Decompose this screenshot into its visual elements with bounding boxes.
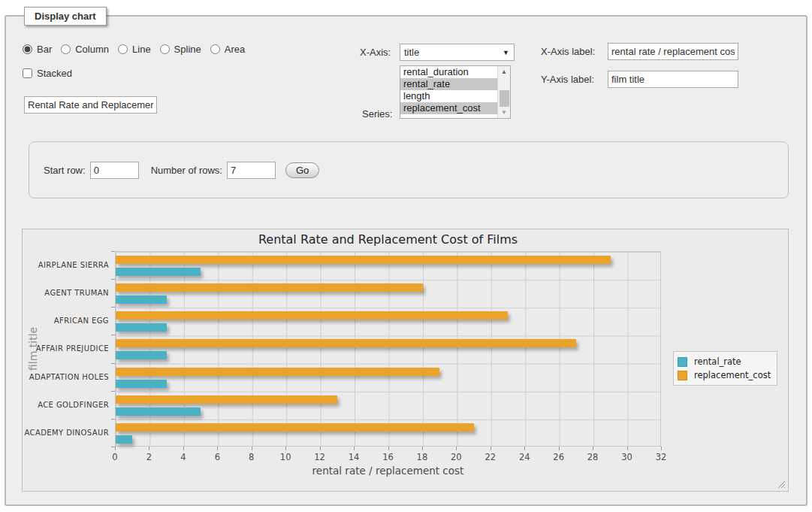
x-tick-mark xyxy=(388,447,389,450)
series-listbox[interactable]: rental_durationrental_ratelengthreplacem… xyxy=(400,65,511,119)
stacked-label: Stacked xyxy=(37,68,72,79)
x-tick-label: 14 xyxy=(343,452,365,462)
series-option-replacement_cost[interactable]: replacement_cost xyxy=(400,102,497,114)
chart-type-radio-column[interactable] xyxy=(61,44,71,54)
x-axis-label-input[interactable] xyxy=(608,43,738,60)
y-tick-mark xyxy=(111,335,115,335)
chart-type-radio-bar[interactable] xyxy=(23,44,32,54)
panel-title: Display chart xyxy=(24,7,107,26)
bar-replacement_cost xyxy=(116,395,337,404)
chart-type-radio-area[interactable] xyxy=(210,44,220,54)
display-chart-panel: Display chart BarColumnLineSplineArea St… xyxy=(5,15,807,506)
bar-replacement_cost xyxy=(116,256,611,264)
x-tick-mark xyxy=(456,447,457,450)
stacked-row: Stacked xyxy=(23,68,72,79)
scroll-down-icon[interactable]: ▼ xyxy=(498,107,510,118)
y-category-label: ACE GOLDFINGER xyxy=(23,401,109,409)
legend-row: replacement_cost xyxy=(678,368,771,382)
bar-replacement_cost xyxy=(116,368,439,376)
plot-grid xyxy=(115,251,661,447)
scrollbar-thumb[interactable] xyxy=(500,90,509,107)
chart-container: Rental Rate and Replacement Cost of Film… xyxy=(22,229,789,492)
x-tick-mark xyxy=(149,447,149,450)
x-tick-mark xyxy=(285,447,286,450)
scroll-up-icon[interactable]: ▲ xyxy=(498,66,510,77)
x-tick-mark xyxy=(491,447,491,450)
x-tick-label: 4 xyxy=(172,452,195,462)
bar-replacement_cost xyxy=(116,311,508,320)
legend-label-rental_rate: rental_rate xyxy=(694,356,741,367)
go-button[interactable]: Go xyxy=(285,162,319,178)
y-tick-mark xyxy=(111,307,115,308)
y-category-label: AFRICAN EGG xyxy=(23,317,109,325)
bar-replacement_cost xyxy=(116,339,576,347)
x-tick-label: 18 xyxy=(411,452,433,462)
x-tick-label: 0 xyxy=(104,452,126,462)
chevron-down-icon: ▼ xyxy=(503,49,509,56)
x-axis-caption: X-Axis: xyxy=(360,47,391,58)
x-tick-mark xyxy=(593,447,593,450)
y-axis-label-input[interactable] xyxy=(608,71,738,88)
y-category-label: AGENT TRUMAN xyxy=(23,289,109,297)
chart-type-radio-spline[interactable] xyxy=(160,44,170,54)
x-tick-mark xyxy=(422,447,423,450)
x-axis-select-value: title xyxy=(404,47,419,58)
listbox-scrollbar[interactable]: ▲ ▼ xyxy=(497,66,510,118)
x-tick-label: 10 xyxy=(274,452,297,462)
x-tick-label: 6 xyxy=(206,452,228,462)
chart-type-label-area: Area xyxy=(225,44,245,55)
stacked-checkbox[interactable] xyxy=(23,68,32,78)
chart-legend: rental_ratereplacement_cost xyxy=(673,351,777,386)
start-row-input[interactable] xyxy=(90,162,139,179)
x-tick-label: 8 xyxy=(240,452,263,462)
chart-title-input[interactable] xyxy=(24,96,157,114)
x-tick-mark xyxy=(217,447,218,450)
bar-replacement_cost xyxy=(116,423,474,432)
x-tick-label: 30 xyxy=(616,452,638,462)
series-option-rental_duration[interactable]: rental_duration xyxy=(400,66,497,78)
chart-type-radio-line[interactable] xyxy=(118,44,128,54)
x-tick-mark xyxy=(183,447,184,450)
bar-rental_rate xyxy=(116,323,167,332)
chart-type-label-bar: Bar xyxy=(37,44,52,55)
legend-label-replacement_cost: replacement_cost xyxy=(694,370,771,380)
y-axis-label-caption: Y-Axis label: xyxy=(541,74,594,85)
chart-type-label-line: Line xyxy=(132,44,151,55)
y-tick-mark xyxy=(111,279,115,280)
x-axis-label-caption: X-Axis label: xyxy=(541,46,595,57)
y-category-label: ADAPTATION HOLES xyxy=(23,373,109,381)
chart-type-label-spline: Spline xyxy=(174,44,201,55)
bar-rental_rate xyxy=(116,268,201,276)
x-tick-label: 28 xyxy=(581,452,604,462)
x-tick-label: 2 xyxy=(137,452,160,462)
x-tick-label: 16 xyxy=(377,452,400,462)
x-tick-mark xyxy=(115,447,116,450)
chart-title: Rental Rate and Replacement Cost of Film… xyxy=(115,232,661,247)
x-tick-label: 26 xyxy=(548,452,570,462)
y-tick-mark xyxy=(111,391,115,392)
x-tick-mark xyxy=(661,447,662,450)
x-tick-mark xyxy=(320,447,321,450)
y-category-label: ACADEMY DINOSAUR xyxy=(23,429,109,437)
resize-handle-icon[interactable] xyxy=(777,480,785,488)
bar-rental_rate xyxy=(116,380,167,388)
bar-rental_rate xyxy=(116,295,167,304)
y-tick-mark xyxy=(111,251,115,252)
legend-swatch-rental_rate xyxy=(678,357,687,367)
number-of-rows-input[interactable] xyxy=(227,162,276,179)
y-tick-mark xyxy=(111,363,115,364)
chart-x-axis-label: rental rate / replacement cost xyxy=(115,465,661,477)
x-tick-mark xyxy=(354,447,355,450)
x-tick-label: 22 xyxy=(479,452,502,462)
series-option-rental_rate[interactable]: rental_rate xyxy=(400,78,497,90)
x-tick-label: 24 xyxy=(513,452,536,462)
x-axis-select[interactable]: title ▼ xyxy=(400,44,515,61)
chart-type-label-column: Column xyxy=(75,44,109,55)
bar-rental_rate xyxy=(116,407,201,416)
number-of-rows-label: Number of rows: xyxy=(151,165,222,176)
y-category-label: AFFAIR PREJUDICE xyxy=(23,344,109,353)
legend-swatch-replacement_cost xyxy=(678,371,687,380)
series-option-length[interactable]: length xyxy=(400,90,497,102)
rows-panel: Start row: Number of rows: Go xyxy=(29,141,789,198)
chart-type-radio-group: BarColumnLineSplineArea xyxy=(23,44,249,55)
